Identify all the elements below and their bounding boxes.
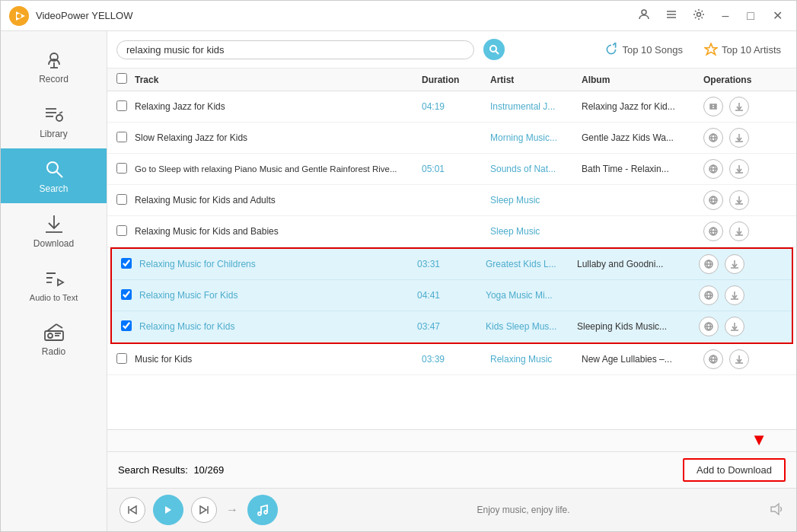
row-checkbox[interactable] xyxy=(116,225,127,236)
table-row: Relaxing Music for Kids and Babies Sleep… xyxy=(107,216,796,247)
sidebar-item-library[interactable]: Library xyxy=(1,94,107,148)
header-operations: Operations xyxy=(703,75,787,85)
track-duration: 05:01 xyxy=(422,164,490,174)
download-button[interactable] xyxy=(729,221,749,241)
table-row: Relaxing Music for Childrens 03:31 Great… xyxy=(112,249,792,280)
listen-button[interactable] xyxy=(699,254,719,274)
sidebar-label-record: Record xyxy=(39,74,69,84)
table-row: Relaxing Jazz for Kids 04:19 Instrumenta… xyxy=(107,91,796,123)
svg-point-2 xyxy=(17,14,21,18)
svg-marker-56 xyxy=(130,506,136,514)
top10songs-button[interactable]: Top 10 Songs xyxy=(598,40,689,59)
top-buttons: Top 10 Songs Top 10 Artists xyxy=(598,40,787,59)
download-button[interactable] xyxy=(725,285,744,305)
sidebar-label-library: Library xyxy=(40,129,68,139)
row-checkbox[interactable] xyxy=(116,353,127,364)
row-checkbox[interactable] xyxy=(116,163,127,174)
download-button[interactable] xyxy=(729,128,749,148)
svg-point-62 xyxy=(264,511,267,514)
svg-point-22 xyxy=(48,333,53,338)
search-input[interactable] xyxy=(126,44,464,56)
down-arrow-icon: ▼ xyxy=(751,430,767,450)
table-row: Relaxing Music for Kids and Adults Sleep… xyxy=(107,185,796,216)
track-duration: 03:31 xyxy=(417,259,486,269)
top10songs-label: Top 10 Songs xyxy=(622,44,683,56)
track-album: Sleeping Kids Music... xyxy=(577,321,699,332)
next-button[interactable] xyxy=(191,497,217,523)
track-album: Bath Time - Relaxin... xyxy=(582,164,703,174)
sidebar-label-search: Search xyxy=(39,183,68,194)
sidebar-item-record[interactable]: Record xyxy=(1,39,107,94)
track-operations xyxy=(703,221,787,241)
track-artist: Relaxing Music xyxy=(490,354,582,365)
prev-button[interactable] xyxy=(120,497,145,523)
svg-point-3 xyxy=(642,10,646,14)
download-button[interactable] xyxy=(725,317,744,336)
listen-button[interactable] xyxy=(703,159,723,179)
listen-button[interactable] xyxy=(703,349,723,369)
user-icon[interactable] xyxy=(633,7,655,24)
listen-button[interactable] xyxy=(703,97,723,116)
row-checkbox[interactable] xyxy=(116,132,127,142)
top10artists-button[interactable]: Top 10 Artists xyxy=(698,40,787,59)
add-to-download-button[interactable]: Add to Download xyxy=(683,458,786,482)
track-name: Relaxing Music for Childrens xyxy=(139,259,417,269)
track-album: Gentle Jazz Kids Wa... xyxy=(582,132,703,143)
row-checkbox[interactable] xyxy=(116,100,127,111)
download-button[interactable] xyxy=(725,254,744,274)
row-checkbox[interactable] xyxy=(121,258,132,269)
sidebar-item-radio[interactable]: Radio xyxy=(1,311,107,366)
volume-icon[interactable] xyxy=(769,502,784,519)
table-row: Relaxing Music For Kids 04:41 Yoga Music… xyxy=(112,280,792,311)
row-checkbox[interactable] xyxy=(121,289,132,300)
track-operations xyxy=(699,317,783,336)
track-operations xyxy=(699,285,783,305)
track-artist: Kids Sleep Mus... xyxy=(486,321,577,332)
sidebar-item-download[interactable]: Download xyxy=(1,203,107,258)
header-track: Track xyxy=(135,75,422,85)
sidebar-item-search[interactable]: Search xyxy=(1,148,107,203)
track-operations xyxy=(703,128,787,148)
minimize-button[interactable]: – xyxy=(716,8,735,24)
selected-group: Relaxing Music for Childrens 03:31 Great… xyxy=(110,247,793,344)
titlebar-controls: – □ ✕ xyxy=(633,7,789,24)
track-album: New Age Lullabies –... xyxy=(582,354,703,365)
track-artist: Sleep Music xyxy=(490,195,582,205)
track-operations xyxy=(699,254,783,274)
svg-marker-28 xyxy=(705,43,717,55)
listen-button[interactable] xyxy=(703,221,723,241)
search-button[interactable] xyxy=(483,39,505,60)
download-button[interactable] xyxy=(729,97,749,116)
svg-point-14 xyxy=(56,115,62,121)
listen-button[interactable] xyxy=(699,285,719,305)
app-title: VideoPower YELLOW xyxy=(36,10,633,21)
menu-icon[interactable] xyxy=(661,7,682,24)
sidebar-item-audio-to-text[interactable]: Audio to Text xyxy=(1,258,107,311)
track-album: Lullaby and Goodni... xyxy=(577,259,699,269)
listen-button[interactable] xyxy=(703,128,723,148)
music-note-button[interactable] xyxy=(247,495,278,525)
svg-point-16 xyxy=(47,162,58,173)
sidebar-label-download: Download xyxy=(33,238,74,249)
settings-icon[interactable] xyxy=(688,7,709,24)
download-button[interactable] xyxy=(729,190,749,210)
track-name: Music for Kids xyxy=(135,354,422,365)
download-button[interactable] xyxy=(729,159,749,179)
svg-line-17 xyxy=(56,171,62,177)
listen-button[interactable] xyxy=(703,190,723,210)
download-button[interactable] xyxy=(729,349,749,369)
listen-button[interactable] xyxy=(699,317,719,336)
search-input-wrap[interactable] xyxy=(116,40,474,59)
table-row: Slow Relaxing Jazz for Kids Morning Musi… xyxy=(107,123,796,154)
search-results-label: Search Results: 10/269 xyxy=(118,464,224,476)
row-checkbox[interactable] xyxy=(121,320,132,331)
play-button[interactable] xyxy=(153,495,183,525)
select-all-checkbox[interactable] xyxy=(116,73,127,84)
row-checkbox[interactable] xyxy=(116,194,127,205)
maximize-button[interactable]: □ xyxy=(741,8,760,24)
header-checkbox-cell xyxy=(116,73,135,86)
svg-line-27 xyxy=(496,51,499,54)
content-area: Top 10 Songs Top 10 Artists Track xyxy=(107,31,796,531)
track-name: Relaxing Jazz for Kids xyxy=(135,101,422,112)
close-button[interactable]: ✕ xyxy=(767,7,789,24)
